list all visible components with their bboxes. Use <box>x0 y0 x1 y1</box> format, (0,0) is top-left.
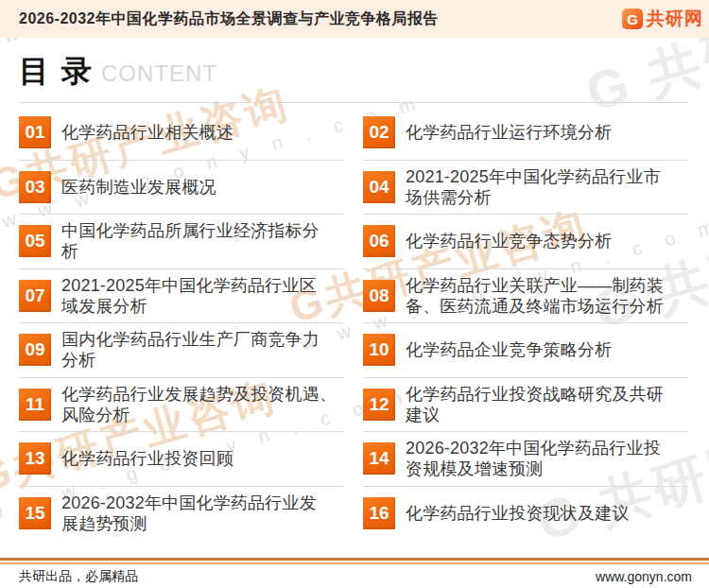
toc-column-left: 01 化学药品行业相关概述 03 医药制造业发展概况 05 中国化学药品所属行业… <box>19 106 344 541</box>
toc-item-number: 09 <box>19 334 51 366</box>
toc-item-number: 02 <box>363 116 395 148</box>
toc-item-number: 14 <box>363 442 395 475</box>
footer-slogan: 共研出品，必属精品 <box>19 568 138 585</box>
toc-item-label: 化学药品行业投资回顾 <box>61 448 233 469</box>
toc-item[interactable]: 01 化学药品行业相关概述 <box>19 106 344 161</box>
toc-item-number: 07 <box>19 280 51 312</box>
toc-item[interactable]: 04 2021-2025年中国化学药品行业市 场供需分析 <box>363 161 688 216</box>
brand-logo-icon: G <box>622 9 643 29</box>
toc-item-label: 2021-2025年中国化学药品行业区 域发展分析 <box>61 275 317 317</box>
toc-item[interactable]: 14 2026-2032年中国化学药品行业投 资规模及增速预测 <box>363 432 688 487</box>
toc-item-label: 化学药品行业发展趋势及投资机遇、 风险分析 <box>61 384 337 425</box>
report-title: 2026-2032年中国化学药品市场全景调查与产业竞争格局报告 <box>19 9 439 29</box>
toc-item-label: 化学药品行业关联产业——制药装 备、医药流通及终端市场运行分析 <box>406 275 664 317</box>
toc-item-number: 01 <box>19 116 51 148</box>
toc-item-number: 10 <box>363 334 395 366</box>
toc-item-label: 2021-2025年中国化学药品行业市 场供需分析 <box>406 166 661 208</box>
toc-item-number: 16 <box>363 497 395 529</box>
toc-item[interactable]: 02 化学药品行业运行环境分析 <box>363 106 688 161</box>
header-bar: 2026-2032年中国化学药品市场全景调查与产业竞争格局报告 G 共研网 <box>0 0 709 38</box>
toc-item[interactable]: 06 化学药品行业竞争态势分析 <box>363 215 688 269</box>
toc-item-label: 2026-2032年中国化学药品行业发 展趋势预测 <box>61 493 317 534</box>
toc-item[interactable]: 05 中国化学药品所属行业经济指标分 析 <box>19 215 344 269</box>
toc-item[interactable]: 12 化学药品行业投资战略研究及共研 建议 <box>363 378 688 433</box>
toc-item[interactable]: 03 医药制造业发展概况 <box>19 161 344 216</box>
toc-item-label: 化学药品行业相关概述 <box>61 122 233 143</box>
heading-divider <box>19 102 688 103</box>
toc-item-label: 2026-2032年中国化学药品行业投 资规模及增速预测 <box>406 438 661 479</box>
toc-item-number: 11 <box>19 389 51 421</box>
footer-site-link[interactable]: www.gonyn.com <box>596 569 692 584</box>
footer: 共研出品，必属精品 www.gonyn.com <box>0 558 709 588</box>
toc-title: 目 录 <box>19 51 94 93</box>
toc-item[interactable]: 15 2026-2032年中国化学药品行业发 展趋势预测 <box>19 487 344 542</box>
toc-item-number: 15 <box>19 497 51 529</box>
toc-item[interactable]: 13 化学药品行业投资回顾 <box>19 432 344 487</box>
toc-item[interactable]: 16 化学药品行业投资现状及建议 <box>363 487 688 542</box>
toc-subtitle: CONTENT <box>101 61 217 87</box>
toc-item[interactable]: 08 化学药品行业关联产业——制药装 备、医药流通及终端市场运行分析 <box>363 269 688 324</box>
toc-item-number: 08 <box>363 280 395 312</box>
toc-section: 目 录 CONTENT 01 化学药品行业相关概述 03 医药制造业发展概况 0… <box>0 38 709 541</box>
brand-logo-text: 共研网 <box>647 7 703 31</box>
toc-item[interactable]: 09 国内化学药品行业生产厂商竞争力 分析 <box>19 323 344 378</box>
toc-item-number: 06 <box>363 225 395 257</box>
footer-rule-dark <box>0 558 709 561</box>
toc-item-label: 化学药品企业竞争策略分析 <box>406 339 612 360</box>
toc-grid: 01 化学药品行业相关概述 03 医药制造业发展概况 05 中国化学药品所属行业… <box>19 106 688 541</box>
report-toc-page: G共研产业咨询 w w w . g o n y n . c o m w w w … <box>0 0 709 588</box>
toc-item[interactable]: 11 化学药品行业发展趋势及投资机遇、 风险分析 <box>19 378 344 433</box>
toc-item-label: 化学药品行业投资现状及建议 <box>406 503 630 524</box>
toc-item-label: 国内化学药品行业生产厂商竞争力 分析 <box>61 329 320 371</box>
toc-item-number: 13 <box>19 442 51 475</box>
toc-item-label: 化学药品行业竞争态势分析 <box>406 231 612 251</box>
toc-item-label: 化学药品行业运行环境分析 <box>406 122 612 143</box>
toc-item-number: 04 <box>363 171 395 203</box>
toc-heading: 目 录 CONTENT <box>19 51 688 93</box>
toc-item-label: 化学药品行业投资战略研究及共研 建议 <box>406 384 664 425</box>
toc-item-label: 中国化学药品所属行业经济指标分 析 <box>61 220 320 262</box>
toc-column-right: 02 化学药品行业运行环境分析 04 2021-2025年中国化学药品行业市 场… <box>363 106 688 541</box>
brand-logo[interactable]: G 共研网 <box>622 7 703 31</box>
toc-item[interactable]: 10 化学药品企业竞争策略分析 <box>363 323 688 378</box>
toc-item-number: 05 <box>19 225 51 257</box>
toc-item-label: 医药制造业发展概况 <box>61 177 216 198</box>
toc-item-number: 12 <box>363 389 395 421</box>
toc-item[interactable]: 07 2021-2025年中国化学药品行业区 域发展分析 <box>19 269 344 324</box>
toc-item-number: 03 <box>19 171 51 203</box>
